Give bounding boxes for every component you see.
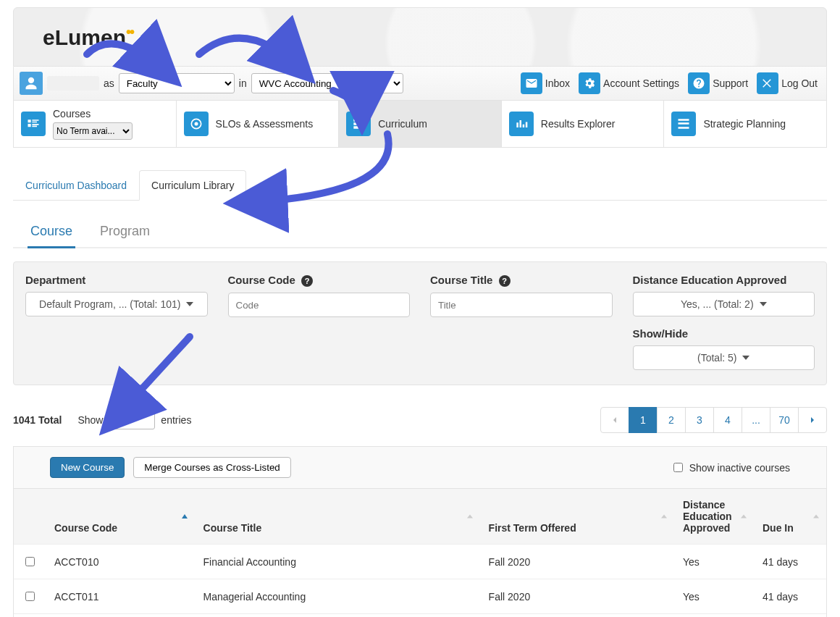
new-course-button[interactable]: New Course — [50, 457, 125, 478]
filter-show-hide: Show/Hide (Total: 5) — [633, 327, 815, 370]
col-due-in[interactable]: Due In — [754, 489, 826, 545]
role-select[interactable]: Faculty — [119, 73, 235, 93]
question-icon — [688, 72, 710, 94]
cell-title: Managerial Accounting — [195, 579, 480, 614]
col-course-code[interactable]: Course Code — [46, 489, 195, 545]
merge-courses-button[interactable]: Merge Courses as Cross-Listed — [133, 457, 290, 478]
cell-de: Yes — [674, 579, 754, 614]
page-ellipsis: ... — [742, 407, 770, 433]
col-de-approved[interactable]: Distance Education Approved — [674, 489, 754, 545]
main-nav: Courses No Term avai... SLOs & Assessmen… — [13, 101, 827, 148]
support-button[interactable]: Support — [685, 71, 751, 96]
help-icon[interactable]: ? — [301, 275, 313, 287]
nav-results-explorer[interactable]: Results Explorer — [502, 101, 665, 147]
tab-curriculum-library[interactable]: Curriculum Library — [139, 170, 246, 201]
table-row[interactable]: ACCT010Financial AccountingFall 2020Yes4… — [14, 545, 826, 579]
cell-de: Yes — [674, 614, 754, 618]
cell-de: Yes — [674, 545, 754, 579]
caret-icon — [760, 302, 767, 306]
cell-code: ACCT011 — [46, 579, 195, 614]
cell-term: Fall 2020 — [480, 579, 674, 614]
filter-distance-ed: Distance Education Approved Yes, ... (To… — [633, 274, 815, 317]
results-bar: 1041 Total Show: entries 1 2 3 4 ... 70 — [13, 407, 827, 433]
show-inactive-checkbox[interactable]: Show inactive courses — [671, 461, 790, 474]
nav-strategic-planning[interactable]: Strategic Planning — [664, 101, 826, 147]
target-icon — [184, 112, 209, 136]
tab-curriculum-dashboard[interactable]: Curriculum Dashboard — [13, 170, 139, 201]
cell-term: Fall 2020 — [480, 614, 674, 618]
tab-program[interactable]: Program — [97, 217, 153, 247]
department-select[interactable]: WVC Accounting — [251, 73, 403, 93]
filter-department: Department Default Program, ... (Total: … — [25, 274, 208, 317]
user-avatar-icon[interactable] — [20, 72, 43, 95]
row-checkbox[interactable] — [25, 557, 35, 566]
show-hide-dropdown[interactable]: (Total: 5) — [633, 345, 815, 370]
svg-point-1 — [194, 122, 198, 126]
courses-icon — [21, 112, 46, 136]
account-settings-button[interactable]: Account Settings — [576, 71, 682, 96]
total-count: 1041 Total — [13, 414, 62, 426]
page-next[interactable] — [798, 407, 827, 433]
chart-icon — [509, 112, 534, 136]
course-title-input[interactable] — [430, 293, 613, 317]
col-first-term[interactable]: First Term Offered — [480, 489, 674, 545]
page-1[interactable]: 1 — [629, 407, 658, 433]
page-4[interactable]: 4 — [713, 407, 742, 433]
table-row[interactable]: ACCT011Managerial AccountingFall 2020Yes… — [14, 579, 826, 614]
inner-tabs: Course Program — [13, 217, 827, 248]
gear-icon — [579, 72, 600, 94]
page-3[interactable]: 3 — [685, 407, 714, 433]
subtabs: Curriculum Dashboard Curriculum Library — [13, 169, 827, 201]
table-row[interactable]: ACCT050Accounting for Small BusinessFall… — [14, 614, 826, 618]
page-size-input[interactable] — [112, 411, 155, 429]
course-code-input[interactable] — [228, 293, 411, 317]
filter-course-code: Course Code ? — [228, 274, 411, 317]
page-2[interactable]: 2 — [657, 407, 686, 433]
plan-icon — [671, 112, 696, 136]
filter-course-title: Course Title ? — [430, 274, 613, 317]
nav-curriculum[interactable]: Curriculum — [339, 101, 502, 147]
distance-ed-dropdown[interactable]: Yes, ... (Total: 2) — [633, 292, 815, 316]
page-prev[interactable] — [600, 407, 629, 433]
inbox-button[interactable]: Inbox — [518, 71, 573, 96]
logo-dots-icon: •• — [126, 24, 133, 40]
nav-courses[interactable]: Courses No Term avai... — [14, 101, 177, 147]
cell-code: ACCT050 — [46, 614, 195, 618]
logout-button[interactable]: Log Out — [754, 71, 820, 96]
col-select — [14, 489, 46, 545]
help-icon[interactable]: ? — [499, 275, 511, 287]
cell-due: 41 days — [754, 579, 826, 614]
cell-term: Fall 2020 — [480, 545, 674, 579]
table-wrap: New Course Merge Courses as Cross-Listed… — [13, 446, 827, 617]
cell-title: Accounting for Small Business — [195, 614, 480, 618]
caret-icon — [742, 356, 749, 360]
page-last[interactable]: 70 — [770, 407, 799, 433]
inbox-icon — [521, 72, 542, 94]
row-checkbox[interactable] — [25, 592, 35, 601]
tab-course[interactable]: Course — [28, 217, 75, 248]
term-select[interactable]: No Term avai... — [53, 122, 133, 140]
in-label: in — [239, 77, 247, 89]
caret-icon — [186, 302, 193, 306]
username-redacted — [47, 76, 99, 91]
banner: eLumen•• — [13, 7, 827, 67]
filters-panel: Department Default Program, ... (Total: … — [13, 261, 827, 385]
as-label: as — [104, 77, 114, 89]
curriculum-icon — [346, 112, 371, 136]
cell-due: 42 days — [754, 614, 826, 618]
close-icon — [757, 72, 778, 94]
cell-code: ACCT010 — [46, 545, 195, 579]
pagination: 1 2 3 4 ... 70 — [601, 407, 827, 433]
cell-due: 41 days — [754, 545, 826, 579]
courses-table: Course Code Course Title First Term Offe… — [14, 489, 826, 617]
col-course-title[interactable]: Course Title — [195, 489, 480, 545]
logo: eLumen•• — [43, 24, 133, 50]
cell-title: Financial Accounting — [195, 545, 480, 579]
department-dropdown[interactable]: Default Program, ... (Total: 101) — [25, 292, 208, 316]
table-toolbar: New Course Merge Courses as Cross-Listed… — [14, 447, 826, 489]
role-bar: as Faculty in WVC Accounting Inbox Accou… — [13, 67, 827, 101]
nav-slos[interactable]: SLOs & Assessments — [177, 101, 340, 147]
